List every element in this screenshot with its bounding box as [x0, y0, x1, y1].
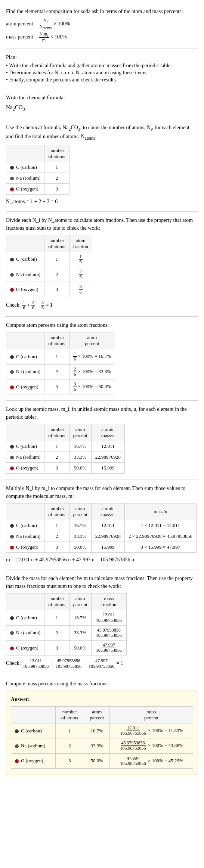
- count-atoms-table: numberof atoms C (carbon) 1 Na (sodium) …: [6, 145, 69, 195]
- oxygen-atoms-6: 3: [44, 641, 69, 655]
- table-row: Na (sodium) 2 33.3% 22.98976928 2 × 22.9…: [6, 531, 197, 542]
- col-atoms-5: numberof atoms: [44, 503, 69, 520]
- col-atoms-6: numberof atoms: [44, 593, 69, 610]
- oxygen-dot: [10, 466, 14, 470]
- sodium-dot: [10, 273, 14, 277]
- table-row: Na (sodium) 2 33.3% 45.97953856105.98753…: [11, 738, 193, 753]
- plan-step-1: Write the chemical formula and gather at…: [6, 63, 198, 69]
- divider-6: [6, 400, 198, 401]
- table-row: O (oxygen) 3 50.0% 47.997105.98753856 × …: [11, 753, 193, 768]
- sodium-fraction: 26: [69, 267, 92, 282]
- col-mass: mass/u: [125, 503, 197, 520]
- sodium-mass-pct-ans: 45.97953856105.98753856 × 100% = 43.38%: [110, 738, 193, 753]
- atomic-masses-section: Look up the atomic mass, m_i, in unified…: [6, 405, 198, 474]
- col-atom-pct: atompercent: [69, 332, 115, 349]
- oxygen-fraction: 36: [69, 282, 92, 297]
- oxygen-atom-pct-ans: 50.0%: [84, 753, 110, 768]
- n-atoms-total: N_atoms = 1 + 2 + 3 = 6: [6, 198, 198, 205]
- plan-section: Plan: Write the chemical formula and gat…: [6, 53, 198, 83]
- sodium-pct-5: 33.3%: [69, 531, 91, 542]
- carbon-atoms-1: 1: [44, 162, 69, 173]
- element-sodium-ans: Na (sodium): [11, 738, 56, 753]
- divider-7: [6, 480, 198, 480]
- col-mass-pct-ans: masspercent: [110, 706, 193, 723]
- table-row: Na (sodium) 2 33.3% 45.97953856105.98753…: [6, 625, 127, 640]
- carbon-atoms-ans: 1: [55, 723, 84, 738]
- carbon-dot: [15, 729, 19, 733]
- sodium-pct-6: 33.3%: [69, 625, 91, 640]
- carbon-pct-4: 16.7%: [69, 441, 91, 452]
- sodium-mass-frac: 45.97953856105.98753856: [91, 625, 126, 640]
- sodium-dot: [10, 370, 14, 374]
- element-carbon-6: C (carbon): [6, 610, 44, 625]
- carbon-dot: [10, 524, 14, 528]
- mass-percents-intro: Compute mass percents using the mass fra…: [6, 680, 198, 688]
- sodium-dot: [10, 456, 14, 459]
- table-row: Na (sodium) 2: [6, 173, 69, 183]
- col-atom-pct-6: atompercent: [69, 593, 91, 610]
- atomic-masses-intro: Look up the atomic mass, m_i, in unified…: [6, 405, 198, 421]
- element-carbon-4: C (carbon): [6, 441, 44, 452]
- sodium-atoms-5: 2: [44, 531, 69, 542]
- oxygen-pct-5: 50.0%: [69, 542, 91, 553]
- chemical-formula-section: Write the chemical formula: Na2CO3: [6, 94, 198, 113]
- element-sodium-2: Na (sodium): [6, 267, 44, 282]
- col-element-6: [6, 593, 44, 610]
- oxygen-atomic-mass-5: 15.999: [91, 542, 124, 553]
- col-element-1: [6, 145, 44, 162]
- sodium-pct-4: 33.3%: [69, 452, 91, 463]
- element-sodium-5: Na (sodium): [6, 531, 44, 542]
- element-sodium-3: Na (sodium): [6, 364, 44, 379]
- table-row: O (oxygen) 3 50.0% 15.999 3 × 15.999 = 4…: [6, 542, 197, 553]
- mass-fractions-check: Check: 12.011105.98753856 + 45.979538561…: [6, 658, 198, 669]
- col-element-4: [6, 424, 44, 441]
- sodium-dot: [10, 177, 14, 180]
- divider-5: [6, 316, 198, 317]
- oxygen-atoms-4: 3: [44, 463, 69, 474]
- carbon-dot: [10, 355, 14, 359]
- element-sodium-6: Na (sodium): [6, 625, 44, 640]
- table-row: C (carbon) 1 16 × 100% = 16.7%: [6, 349, 115, 364]
- col-element-2: [6, 235, 44, 252]
- sodium-atom-pct-ans: 33.3%: [84, 738, 110, 753]
- col-mass-frac: massfraction: [91, 593, 126, 610]
- atom-percent-formula: atom percent = NiNatoms × 100%: [6, 18, 198, 30]
- divider-2: [6, 89, 198, 89]
- oxygen-dot: [15, 759, 19, 763]
- element-carbon-ans: C (carbon): [11, 723, 56, 738]
- oxygen-mass-calc-5: 3 × 15.999 = 47.997: [125, 542, 197, 553]
- element-oxygen-1: O (oxygen): [6, 183, 44, 194]
- carbon-dot: [10, 445, 14, 449]
- sodium-atomic-mass-5: 22.98976928: [91, 531, 124, 542]
- col-element-3: [6, 332, 44, 349]
- carbon-dot: [10, 258, 14, 261]
- sodium-dot: [10, 535, 14, 539]
- sodium-mass-4: 22.98976928: [91, 452, 124, 463]
- element-oxygen-3: O (oxygen): [6, 379, 44, 394]
- table-row: Na (sodium) 2 33.3% 22.98976928: [6, 452, 125, 463]
- oxygen-dot: [10, 187, 14, 191]
- element-oxygen-5: O (oxygen): [6, 542, 44, 553]
- oxygen-atoms-ans: 3: [55, 753, 84, 768]
- divider-3: [6, 119, 198, 119]
- element-sodium-4: Na (sodium): [6, 452, 44, 463]
- mass-fractions-intro: Divide the mass for each element by m to…: [6, 574, 198, 590]
- molecular-mass-table: numberof atoms atompercent atomicmass/u …: [6, 503, 197, 553]
- sodium-atoms-1: 2: [44, 173, 69, 183]
- sodium-atoms-4: 2: [44, 452, 69, 463]
- col-element-ans: [11, 706, 56, 723]
- element-oxygen-4: O (oxygen): [6, 463, 44, 474]
- table-row: C (carbon) 1 16: [6, 252, 92, 267]
- table-row: C (carbon) 1 16.7% 12.011105.98753856: [6, 610, 127, 625]
- element-carbon-3: C (carbon): [6, 349, 44, 364]
- oxygen-atoms-1: 3: [44, 183, 69, 194]
- oxygen-dot: [10, 546, 14, 549]
- sodium-mass-calc-5: 2 × 22.98976928 = 45.97953856: [125, 531, 197, 542]
- chemical-formula-title: Write the chemical formula:: [6, 94, 198, 102]
- oxygen-dot: [10, 647, 14, 650]
- table-row: C (carbon) 1: [6, 162, 69, 173]
- atom-percents-intro: Compute atom percents using the atom fra…: [6, 321, 198, 329]
- carbon-pct-5: 16.7%: [69, 520, 91, 531]
- sodium-atoms-6: 2: [44, 625, 69, 640]
- molecular-mass-section: Multiply N_i by m_i to compute the mass …: [6, 484, 198, 564]
